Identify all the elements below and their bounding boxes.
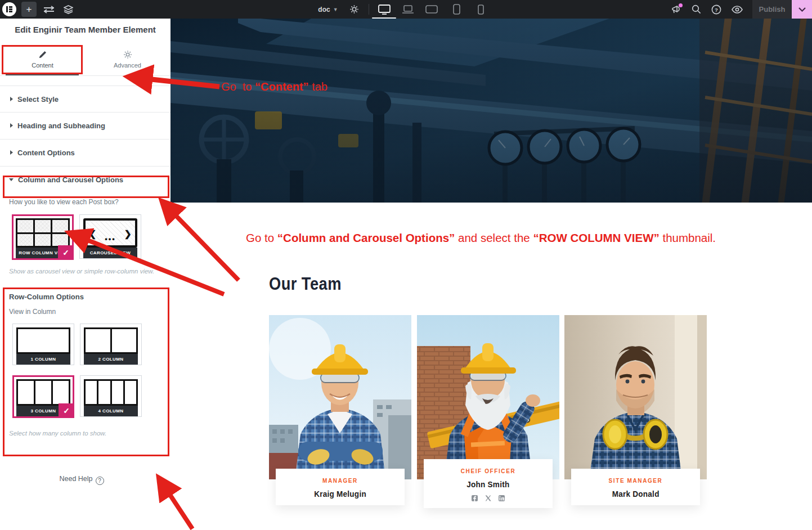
elementor-logo-icon bbox=[5, 5, 14, 14]
section-column-carousel-options[interactable]: Column and Carousel Options bbox=[0, 166, 171, 192]
view-caption: Show as carousel view or simple row-colu… bbox=[9, 268, 154, 275]
section-content-options[interactable]: Content Options bbox=[0, 139, 171, 165]
navigator-layers-icon[interactable] bbox=[61, 0, 75, 19]
member-photo bbox=[564, 315, 707, 479]
site-settings-icon[interactable] bbox=[42, 0, 56, 19]
row-column-options-heading: Row-Column Options bbox=[9, 293, 84, 301]
row-column-view-option[interactable]: ROW COLUMN VIEW ✓ bbox=[12, 214, 74, 260]
need-help-label: Need Help bbox=[59, 475, 92, 483]
member-name: Mark Donald bbox=[612, 489, 659, 498]
editor-side-panel: Edit Enginir Team Member Element Content… bbox=[0, 19, 171, 530]
section-title: Heading and Subheading bbox=[17, 122, 105, 130]
responsive-mobile-icon[interactable] bbox=[474, 0, 487, 19]
publish-button[interactable]: Publish bbox=[752, 0, 792, 19]
pencil-icon bbox=[38, 50, 47, 59]
chevron-down-icon bbox=[798, 7, 806, 12]
gear-icon bbox=[123, 50, 132, 59]
caret-down-icon bbox=[9, 178, 14, 181]
section-title: Content Options bbox=[17, 149, 75, 157]
row-column-grid-icon bbox=[16, 218, 70, 248]
notification-dot bbox=[679, 3, 683, 7]
caret-right-icon bbox=[10, 97, 13, 101]
option-4-column[interactable]: 4 COLUMN bbox=[80, 375, 142, 417]
panel-tabs: Content Advanced bbox=[0, 43, 171, 76]
selected-check-icon: ✓ bbox=[58, 245, 74, 260]
section-title: Select Style bbox=[17, 95, 59, 104]
active-device-underline bbox=[372, 17, 396, 19]
selected-check-icon: ✓ bbox=[59, 403, 74, 418]
member-photo bbox=[417, 315, 559, 479]
add-element-button[interactable]: + bbox=[21, 2, 37, 17]
member-info-panel: SITE MANAGER Mark Donald bbox=[571, 469, 700, 505]
tab-content[interactable]: Content bbox=[0, 43, 85, 76]
team-member-card[interactable]: SITE MANAGER Mark Donald bbox=[564, 315, 707, 508]
member-info-panel: CHEIF OFFICER John Smith bbox=[424, 459, 553, 508]
view-in-column-label: View in Column bbox=[9, 308, 56, 316]
team-member-card[interactable]: CHEIF OFFICER John Smith bbox=[417, 315, 559, 508]
section-select-style[interactable]: Select Style bbox=[0, 86, 171, 112]
need-help-link[interactable]: Need Help? bbox=[0, 475, 163, 485]
chevron-down-icon: ▼ bbox=[333, 7, 338, 12]
caret-right-icon bbox=[10, 123, 13, 128]
carousel-view-option[interactable]: ❮ ❯ ••• CAROUSEL VIEW bbox=[79, 214, 141, 259]
four-column-icon bbox=[84, 379, 138, 406]
x-twitter-icon[interactable] bbox=[485, 495, 491, 501]
member-role: MANAGER bbox=[276, 478, 405, 484]
responsive-tablet-landscape-icon[interactable] bbox=[423, 0, 440, 19]
caret-right-icon bbox=[10, 150, 13, 155]
document-name: doc bbox=[318, 6, 330, 14]
member-role: CHEIF OFFICER bbox=[424, 468, 553, 474]
column-caption: Select how many column to show. bbox=[9, 430, 106, 437]
responsive-desktop-icon[interactable] bbox=[376, 0, 393, 19]
toolbar-divider bbox=[369, 4, 369, 15]
publish-button-label: Publish bbox=[759, 5, 786, 14]
view-question-label: How you like to view each Post box? bbox=[9, 198, 119, 206]
svg-text:?: ? bbox=[715, 6, 718, 12]
team-member-card[interactable]: MANAGER Kraig Melugin bbox=[269, 315, 411, 508]
active-tab-underline bbox=[6, 74, 79, 75]
one-column-icon bbox=[16, 327, 70, 354]
whats-new-megaphone-icon[interactable] bbox=[669, 0, 684, 19]
top-toolbar: + doc ▼ bbox=[0, 0, 812, 19]
arrow-to-column-carousel-section bbox=[163, 203, 239, 280]
two-column-label: 2 COLUMN bbox=[84, 354, 138, 365]
section-title: Column and Carousel Options bbox=[18, 176, 123, 184]
tab-content-label: Content bbox=[32, 62, 53, 69]
elementor-menu-button[interactable] bbox=[2, 2, 16, 16]
member-photo bbox=[269, 315, 411, 479]
member-name: John Smith bbox=[466, 479, 509, 489]
document-settings-gear-icon[interactable] bbox=[347, 0, 361, 19]
option-3-column[interactable]: 3 COLUMN ✓ bbox=[12, 375, 74, 418]
team-section-heading: Our Team bbox=[269, 274, 342, 294]
two-column-icon bbox=[84, 327, 138, 354]
question-circle-icon: ? bbox=[96, 477, 104, 485]
linkedin-icon[interactable] bbox=[499, 495, 505, 501]
member-info-panel: MANAGER Kraig Melugin bbox=[276, 469, 405, 505]
one-column-label: 1 COLUMN bbox=[16, 354, 70, 365]
help-icon[interactable]: ? bbox=[709, 0, 724, 19]
finder-search-icon[interactable] bbox=[689, 0, 703, 19]
social-links bbox=[424, 495, 553, 501]
document-switcher[interactable]: doc ▼ bbox=[315, 0, 341, 19]
tab-advanced[interactable]: Advanced bbox=[85, 43, 170, 76]
panel-title: Edit Enginir Team Member Element bbox=[0, 25, 171, 34]
member-role: SITE MANAGER bbox=[571, 478, 700, 484]
carousel-view-label: CAROUSEL VIEW bbox=[83, 248, 137, 258]
annotation-note-content: Go to “Content” tab bbox=[221, 80, 328, 93]
section-heading-subheading[interactable]: Heading and Subheading bbox=[0, 112, 171, 138]
annotation-note-column-options: Go to “Column and Carousel Options” and … bbox=[246, 231, 716, 245]
three-column-icon bbox=[16, 379, 70, 406]
four-column-label: 4 COLUMN bbox=[84, 406, 138, 416]
carousel-icon: ❮ ❯ ••• bbox=[83, 218, 137, 248]
facebook-icon[interactable] bbox=[472, 495, 478, 501]
responsive-tablet-portrait-icon[interactable] bbox=[449, 0, 464, 19]
responsive-laptop-icon[interactable] bbox=[400, 0, 416, 19]
save-options-button[interactable] bbox=[792, 0, 812, 19]
option-1-column[interactable]: 1 COLUMN bbox=[12, 324, 74, 365]
elementor-editor: + doc ▼ bbox=[0, 0, 812, 530]
member-name: Kraig Melugin bbox=[314, 489, 366, 498]
option-2-column[interactable]: 2 COLUMN bbox=[80, 324, 142, 365]
preview-eye-icon[interactable] bbox=[729, 0, 745, 19]
tab-advanced-label: Advanced bbox=[114, 62, 141, 69]
hero-image bbox=[171, 19, 812, 203]
